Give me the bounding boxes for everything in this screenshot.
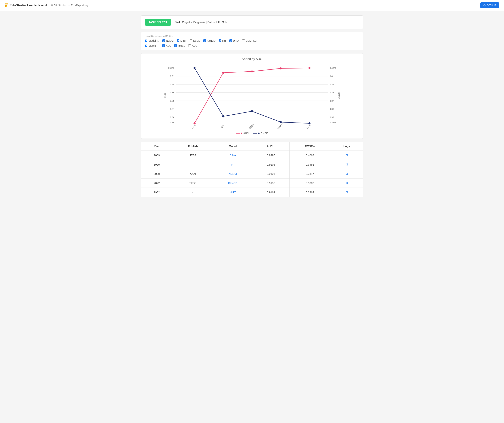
svg-point-28: [280, 67, 282, 70]
svg-text:0.90: 0.90: [170, 83, 174, 86]
model-dina[interactable]: DINA: [229, 39, 239, 42]
nav-edustudio[interactable]: ⊞ EduStudio: [51, 4, 66, 7]
svg-point-32: [251, 110, 253, 112]
github-button[interactable]: ⬡ GITHUB: [480, 2, 499, 8]
cell-rmse: 0.3452: [289, 160, 330, 169]
auc-legend-dot: [241, 133, 242, 134]
svg-text:AUC: AUC: [164, 93, 166, 98]
svg-text:RMSE: RMSE: [338, 92, 340, 99]
cell-year: 2022: [141, 178, 173, 188]
cell-auc: 0.9121: [252, 169, 290, 178]
col-rmse[interactable]: RMSE: [289, 142, 330, 151]
cell-logs[interactable]: ⚙: [330, 188, 363, 197]
metric-group-checkbox[interactable]: [145, 45, 147, 47]
model-irt[interactable]: IRT: [219, 39, 226, 42]
logs-gear-icon[interactable]: ⚙: [345, 154, 348, 157]
svg-text:KaNCD: KaNCD: [276, 123, 284, 130]
cell-rmse: 0.3364: [289, 188, 330, 197]
metric-group-label: Metric: [145, 44, 158, 47]
cell-model[interactable]: IRT: [213, 160, 252, 169]
svg-text:0.35: 0.35: [330, 116, 334, 118]
svg-text:NCDM: NCDM: [248, 123, 255, 130]
metric-rmse[interactable]: RMSE: [174, 44, 185, 47]
cell-year: 1960: [141, 160, 173, 169]
svg-text:0.36: 0.36: [330, 108, 334, 110]
svg-point-31: [222, 115, 224, 118]
task-select-button[interactable]: TASK SELECT: [145, 19, 171, 26]
cell-model[interactable]: MIRT: [213, 188, 252, 197]
col-publish[interactable]: Publish: [173, 142, 213, 151]
table-row: 2009 JEBS DINA 0.8495 0.4068 ⚙: [141, 151, 363, 160]
cell-model[interactable]: NCDM: [213, 169, 252, 178]
cell-model[interactable]: DINA: [213, 151, 252, 160]
model-link: MIRT: [229, 191, 236, 194]
chart-title: Sorted by AUC: [145, 57, 359, 61]
model-link: DINA: [230, 154, 236, 157]
cell-publish: -: [173, 188, 213, 197]
leaderboard-table: Year Publish Model AUC RMSE Logs 2009 JE…: [141, 142, 363, 197]
model-group-checkbox[interactable]: [145, 40, 147, 42]
svg-point-30: [193, 67, 196, 69]
cell-logs[interactable]: ⚙: [330, 169, 363, 178]
cell-publish: TKDE: [173, 178, 213, 188]
chart-area: 0.9162 0.91 0.90 0.89 0.88 0.87 0.86 0.8…: [145, 64, 359, 129]
logs-gear-icon[interactable]: ⚙: [345, 191, 348, 194]
cell-logs[interactable]: ⚙: [330, 178, 363, 188]
svg-text:0.85: 0.85: [170, 121, 174, 124]
eco-repo-icon: ○: [69, 4, 70, 7]
main-content: TASK SELECT Task: CognitiveDiagnosis | D…: [136, 11, 368, 202]
chart-svg: 0.9162 0.91 0.90 0.89 0.88 0.87 0.86 0.8…: [145, 64, 359, 129]
metric-auc[interactable]: AUC: [162, 44, 171, 47]
github-icon: ⬡: [483, 4, 486, 7]
cell-logs[interactable]: ⚙: [330, 151, 363, 160]
svg-text:MIRT: MIRT: [306, 123, 312, 129]
cell-model[interactable]: KaNCD: [213, 178, 252, 188]
svg-point-33: [280, 121, 282, 123]
logs-gear-icon[interactable]: ⚙: [345, 172, 348, 176]
svg-text:0.9162: 0.9162: [168, 67, 174, 69]
rmse-legend-line: [253, 133, 257, 134]
auc-legend-line: [236, 133, 240, 134]
cell-auc: 0.9162: [252, 188, 290, 197]
cell-rmse: 0.3380: [289, 178, 330, 188]
svg-text:0.88: 0.88: [170, 100, 174, 102]
logo-area: EduStudio Leaderboard: [5, 3, 47, 7]
svg-text:0.4068: 0.4068: [330, 67, 336, 69]
cell-publish: AAAI: [173, 169, 213, 178]
col-auc[interactable]: AUC: [252, 142, 290, 151]
svg-point-27: [251, 70, 253, 73]
svg-text:0.39: 0.39: [330, 83, 334, 86]
cell-auc: 0.9105: [252, 160, 290, 169]
model-group-label: Model △: [145, 39, 159, 42]
logo-bar-2: [5, 5, 7, 6]
metric-acc[interactable]: ACC: [188, 44, 197, 47]
svg-text:0.89: 0.89: [170, 91, 174, 94]
filters-panel: Listed Operations and Metrics Model △ NC…: [141, 32, 363, 50]
model-cdmfkc[interactable]: CDMFKC: [242, 39, 257, 42]
model-ncdm[interactable]: NCDM: [162, 39, 174, 42]
table-row: 2022 TKDE KaNCD 0.9157 0.3380 ⚙: [141, 178, 363, 188]
results-table: Year Publish Model AUC RMSE Logs 2009 JE…: [141, 142, 363, 197]
model-mirt[interactable]: MIRT: [177, 39, 186, 42]
table-row: 2020 AAAI NCDM 0.9121 0.3517 ⚙: [141, 169, 363, 178]
cell-logs[interactable]: ⚙: [330, 160, 363, 169]
header-left: EduStudio Leaderboard ⊞ EduStudio ○ Eco-…: [5, 3, 88, 7]
col-logs[interactable]: Logs: [330, 142, 363, 151]
nav-eco-repository[interactable]: ○ Eco-Repository: [69, 4, 88, 7]
legend-rmse: RMSE: [253, 132, 268, 135]
model-kscd[interactable]: KSCD: [190, 39, 200, 42]
model-kancd[interactable]: KaNCD: [203, 39, 216, 42]
logs-gear-icon[interactable]: ⚙: [345, 181, 348, 185]
svg-text:DINA: DINA: [191, 123, 197, 129]
col-model[interactable]: Model: [213, 142, 252, 151]
col-year[interactable]: Year: [141, 142, 173, 151]
model-collapse-icon[interactable]: △: [157, 40, 159, 42]
svg-text:0.4: 0.4: [330, 75, 333, 77]
table-row: 1960 - IRT 0.9105 0.3452 ⚙: [141, 160, 363, 169]
metric-checkbox-group: AUC RMSE ACC: [162, 44, 197, 47]
logo-bar-1: [5, 3, 8, 5]
model-link: KaNCD: [228, 182, 237, 185]
logs-gear-icon[interactable]: ⚙: [345, 163, 348, 166]
svg-text:0.37: 0.37: [330, 100, 334, 102]
app-title: EduStudio Leaderboard: [10, 3, 47, 7]
